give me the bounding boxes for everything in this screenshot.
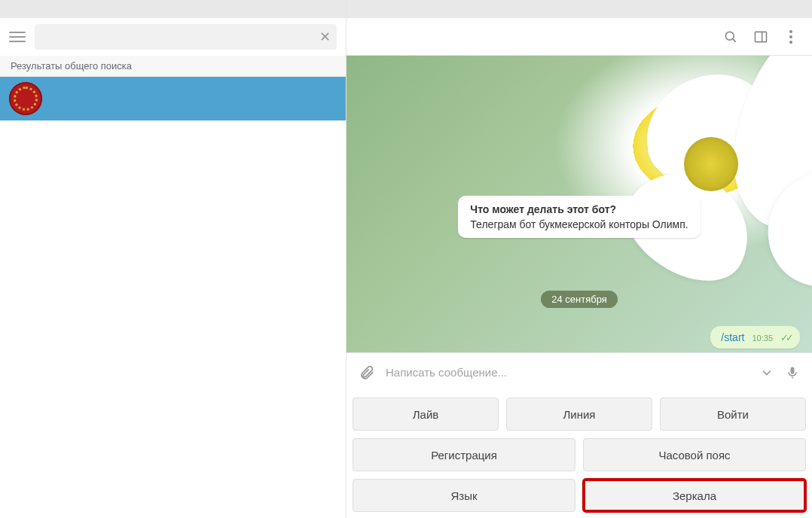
more-icon[interactable]: [783, 29, 798, 44]
kb-language-button[interactable]: Язык: [353, 479, 575, 512]
search-box: ✕: [35, 24, 337, 50]
kb-register-button[interactable]: Регистрация: [353, 438, 575, 471]
attach-icon[interactable]: [359, 364, 375, 381]
bot-intro-bubble: Что может делать этот бот? Телеграм бот …: [458, 196, 700, 238]
message-input[interactable]: [386, 366, 749, 379]
kb-timezone-button[interactable]: Часовой пояс: [583, 438, 806, 471]
window-titlebar-left: [0, 0, 346, 18]
menu-icon[interactable]: [9, 29, 26, 45]
left-pane: ✕ Результаты общего поиска: [0, 0, 346, 518]
sidepanel-icon[interactable]: [753, 29, 768, 44]
kb-mirrors-button[interactable]: Зеркала: [583, 479, 806, 512]
chat-background: Что может делать этот бот? Телеграм бот …: [346, 56, 812, 352]
right-pane: Что может делать этот бот? Телеграм бот …: [346, 0, 812, 518]
search-input[interactable]: [35, 24, 337, 50]
avatar: [9, 82, 42, 115]
outgoing-time: 10:35: [752, 334, 773, 343]
window-titlebar-right: [346, 0, 812, 18]
compose-bar: [346, 352, 812, 392]
search-row: ✕: [0, 18, 346, 56]
messages: Что может делать этот бот? Телеграм бот …: [346, 56, 812, 352]
bot-keyboard: Лайв Линия Войти Регистрация Часовой поя…: [346, 392, 812, 518]
svg-line-1: [733, 38, 736, 41]
mic-icon[interactable]: [785, 365, 800, 380]
clear-icon[interactable]: ✕: [319, 30, 331, 44]
search-icon[interactable]: [723, 29, 738, 44]
kb-live-button[interactable]: Лайв: [353, 398, 499, 431]
chat-header: [346, 18, 812, 56]
kb-login-button[interactable]: Войти: [660, 398, 806, 431]
outgoing-message: /start 10:35 ✓✓: [710, 326, 800, 349]
date-separator: 24 сентября: [541, 291, 618, 308]
commands-icon[interactable]: [759, 365, 774, 380]
svg-point-0: [725, 32, 734, 40]
search-results-label: Результаты общего поиска: [0, 56, 346, 77]
read-ticks-icon: ✓✓: [780, 332, 791, 343]
bot-intro-question: Что может делать этот бот?: [470, 203, 688, 215]
chat-list-item[interactable]: [0, 77, 346, 120]
bot-intro-text: Телеграм бот букмекерской конторы Олимп.: [470, 218, 688, 230]
kb-line-button[interactable]: Линия: [506, 398, 652, 431]
svg-rect-2: [756, 32, 767, 41]
outgoing-text: /start: [721, 331, 744, 343]
